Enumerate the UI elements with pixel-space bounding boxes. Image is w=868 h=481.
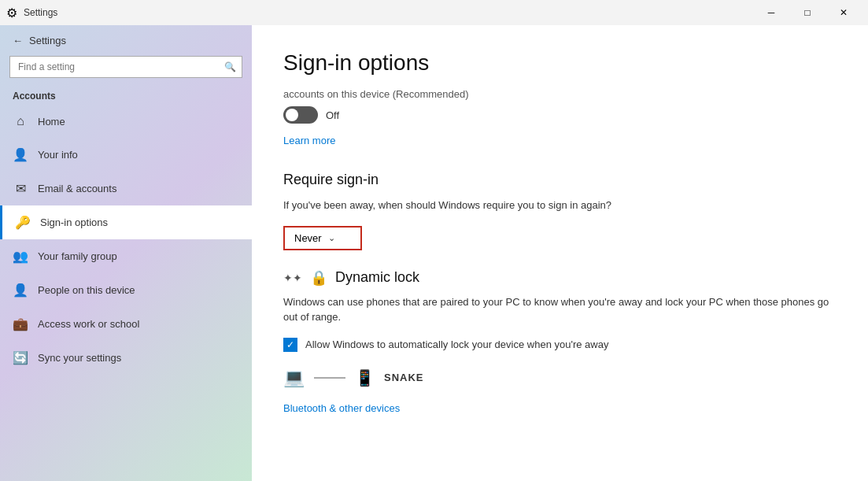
chevron-down-icon: ⌄ [328,233,335,243]
toggle-label: Off [326,109,339,121]
back-button[interactable]: ← Settings [0,25,252,56]
people-icon: 👤 [13,283,28,298]
sidebar-item-access-work-school[interactable]: 💼 Access work or school [0,307,252,341]
dynamic-lock-stars-icon: ✦✦ [283,272,302,284]
sidebar-item-sync-settings[interactable]: 🔄 Sync your settings [0,341,252,375]
auto-lock-checkbox[interactable]: ✓ [283,338,297,352]
page-title: Sign-in options [283,50,837,76]
sidebar: ← Settings 🔍 Accounts ⌂ Home 👤 Your info… [0,25,252,481]
sidebar-item-label: Sync your settings [38,352,121,364]
device-name: SNAKE [384,372,424,383]
sidebar-item-email-accounts[interactable]: ✉ Email & accounts [0,172,252,205]
family-icon: 👥 [13,249,28,264]
back-arrow-icon: ← [13,35,23,46]
learn-more-link[interactable]: Learn more [283,135,335,146]
search-input[interactable] [9,56,242,78]
dynamic-lock-heading: Dynamic lock [335,269,419,286]
toggle-subtitle: accounts on this device (Recommended) [283,88,837,100]
dynamic-lock-header: ✦✦ 🔒 Dynamic lock [283,269,837,287]
auto-lock-label: Allow Windows to automatically lock your… [305,339,608,350]
require-sign-in-description: If you've been away, when should Windows… [283,198,837,213]
sidebar-section-label: Accounts [0,84,252,105]
sidebar-item-your-info[interactable]: 👤 Your info [0,138,252,172]
title-bar-controls: ─ □ ✕ [753,0,862,25]
toggle-row: Off [283,106,837,124]
device-connection-line [314,377,345,379]
phone-icon: 📱 [355,368,375,387]
dropdown-value: Never [294,232,322,244]
sidebar-item-your-family-group[interactable]: 👥 Your family group [0,239,252,273]
key-icon: 🔑 [15,215,31,230]
person-icon: 👤 [13,147,28,162]
checkmark-icon: ✓ [286,339,294,350]
sync-icon: 🔄 [13,350,28,365]
auto-lock-checkbox-row: ✓ Allow Windows to automatically lock yo… [283,338,837,352]
maximize-button[interactable]: □ [789,0,826,25]
email-icon: ✉ [13,181,28,196]
bluetooth-link[interactable]: Bluetooth & other devices [283,402,400,414]
sidebar-item-sign-in-options[interactable]: 🔑 Sign-in options [0,205,252,239]
sidebar-item-label: Your info [38,149,78,161]
briefcase-icon: 💼 [13,316,28,331]
home-icon: ⌂ [13,114,28,128]
minimize-button[interactable]: ─ [753,0,789,25]
title-bar: ⚙ Settings ─ □ ✕ [0,0,868,25]
sidebar-item-label: Email & accounts [38,183,116,194]
lock-icon: 🔒 [310,269,327,287]
sidebar-item-home[interactable]: ⌂ Home [0,105,252,138]
close-button[interactable]: ✕ [826,0,862,25]
sidebar-app-title: Settings [29,35,66,46]
require-sign-in-dropdown[interactable]: Never ⌄ [283,226,362,250]
sidebar-search-container: 🔍 [9,56,242,78]
title-bar-left: ⚙ Settings [6,6,57,20]
main-layout: ← Settings 🔍 Accounts ⌂ Home 👤 Your info… [0,25,868,481]
title-bar-title: Settings [24,7,57,18]
content-area: Sign-in options accounts on this device … [252,25,868,481]
sidebar-item-label: People on this device [38,284,135,296]
sidebar-item-label: Your family group [38,250,117,262]
device-pair-row: 💻 📱 SNAKE [283,368,837,388]
sidebar-item-people-on-device[interactable]: 👤 People on this device [0,273,252,307]
sign-in-toggle[interactable] [283,106,318,124]
settings-window-icon: ⚙ [6,6,17,20]
dynamic-lock-description: Windows can use phones that are paired t… [283,294,837,325]
sidebar-item-label: Home [38,116,65,128]
require-sign-in-heading: Require sign-in [283,172,837,188]
sidebar-item-label: Access work or school [38,318,139,330]
laptop-icon: 💻 [283,368,305,388]
sidebar-item-label: Sign-in options [40,216,108,228]
search-icon: 🔍 [224,61,236,72]
